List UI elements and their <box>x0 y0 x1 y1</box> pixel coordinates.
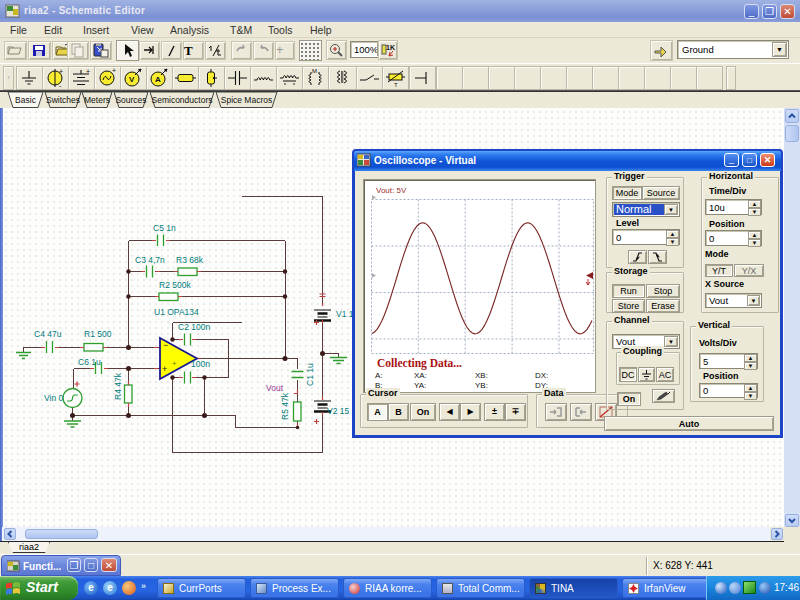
svg-text:100n: 100n <box>191 359 210 369</box>
svg-text:C3 4,7n: C3 4,7n <box>135 255 165 265</box>
svg-text:U1 OPA134: U1 OPA134 <box>154 307 199 317</box>
svg-text:+: + <box>172 359 177 368</box>
svg-text:YA:: YA: <box>414 381 426 390</box>
svg-text:Vout: Vout <box>266 383 284 393</box>
svg-text:R1 500: R1 500 <box>84 329 112 339</box>
svg-text:+: + <box>162 364 167 374</box>
svg-text:C4 47u: C4 47u <box>34 329 62 339</box>
svg-text:R3 68k: R3 68k <box>176 255 204 265</box>
svg-text:V2 15: V2 15 <box>327 406 349 416</box>
svg-text:C2 100n: C2 100n <box>178 322 210 332</box>
svg-text:−: − <box>163 340 168 350</box>
svg-text:XB:: XB: <box>475 371 488 380</box>
svg-text:C6 1u: C6 1u <box>78 357 101 367</box>
svg-text:XA:: XA: <box>414 371 427 380</box>
svg-text:C1 1u: C1 1u <box>305 363 315 386</box>
svg-text:YB:: YB: <box>475 381 488 390</box>
svg-text:R5 47k: R5 47k <box>280 392 290 420</box>
svg-text:DX:: DX: <box>535 371 548 380</box>
svg-text:C5 1n: C5 1n <box>153 223 176 233</box>
svg-text:Collecting Data...: Collecting Data... <box>377 357 462 370</box>
svg-text:Vin 0: Vin 0 <box>44 393 63 403</box>
svg-text:A:: A: <box>375 371 383 380</box>
svg-text:R2 500k: R2 500k <box>159 280 191 290</box>
svg-text:R4 47k: R4 47k <box>113 372 123 400</box>
svg-text:Vout: 5V: Vout: 5V <box>376 186 407 195</box>
